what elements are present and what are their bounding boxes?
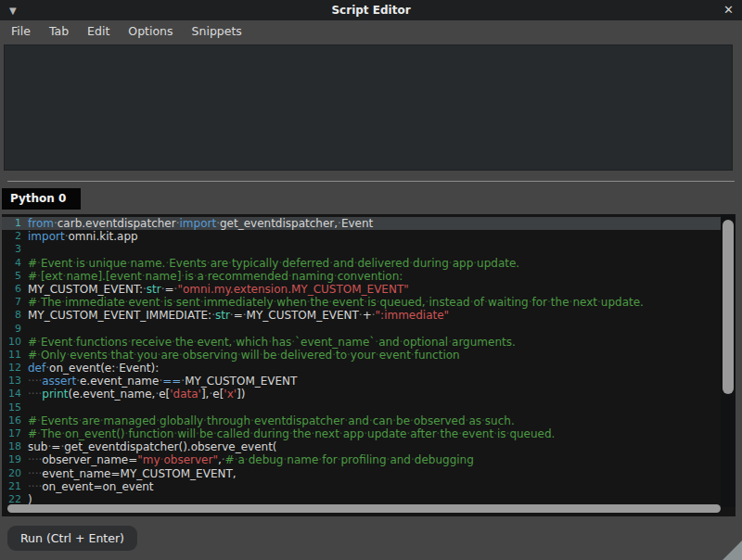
code-line-content: sub·=·get_eventdispatcher().observe_even…: [28, 440, 277, 453]
code-line[interactable]: 15: [2, 401, 736, 414]
code-line-content: MY_CUSTOM_EVENT:·str·=·"omni.my.extensio…: [28, 283, 409, 296]
code-editor[interactable]: 1from·carb.eventdispatcher·import·get_ev…: [2, 214, 736, 516]
menu-item-options[interactable]: Options: [119, 20, 182, 43]
code-line[interactable]: 20····event_name=MY_CUSTOM_EVENT,: [2, 467, 736, 480]
script-editor-window: { "window": { "title": "Script Editor" }…: [0, 0, 742, 560]
line-number: 8: [2, 309, 28, 322]
code-line[interactable]: 13····assert·e.event_name·==·MY_CUSTOM_E…: [2, 375, 736, 388]
menu-item-tab[interactable]: Tab: [40, 20, 78, 43]
line-number: 20: [2, 467, 28, 480]
line-number: 6: [2, 283, 28, 296]
code-line[interactable]: 17#·The·on_event()·function·will·be·call…: [2, 427, 736, 440]
code-line[interactable]: 5#·[ext·name].[event·name]·is·a·recommen…: [2, 270, 736, 283]
line-number: 9: [2, 323, 28, 336]
collapse-icon[interactable]: ▼: [9, 1, 17, 21]
code-line[interactable]: 10#·Event·functions·receive·the·event,·w…: [2, 336, 736, 349]
code-line[interactable]: 12def·on_event(e:·Event):: [2, 362, 736, 375]
code-line-content: ····on_event=on_event: [28, 480, 154, 493]
code-line-content: import·omni.kit.app: [28, 230, 138, 243]
close-icon[interactable]: ✕: [723, 0, 734, 20]
code-line-content: #·Event·is·unique·name.·Events·are·typic…: [28, 257, 519, 270]
line-number: 15: [2, 401, 28, 414]
line-number: 18: [2, 440, 28, 453]
vertical-scrollbar-track[interactable]: [721, 214, 736, 507]
menu-item-snippets[interactable]: Snippets: [183, 20, 251, 43]
code-line[interactable]: 21····on_event=on_event: [2, 480, 736, 493]
line-number: 1: [2, 217, 28, 230]
code-line-content: [28, 243, 32, 256]
code-line[interactable]: 7#·The·immediate·event·is·sent·immediate…: [2, 296, 736, 309]
line-number: 12: [2, 362, 28, 375]
code-line[interactable]: 11#·Only·events·that·you·are·observing·w…: [2, 349, 736, 362]
code-line-content: ····assert·e.event_name·==·MY_CUSTOM_EVE…: [28, 375, 297, 388]
menu-bar: File Tab Edit Options Snippets: [0, 20, 742, 43]
code-line[interactable]: 3: [2, 243, 736, 256]
code-line-content: [28, 323, 32, 336]
run-button[interactable]: Run (Ctrl + Enter): [7, 526, 137, 551]
code-line-content: MY_CUSTOM_EVENT_IMMEDIATE:·str·=·MY_CUST…: [28, 309, 449, 322]
title-bar: ▼ Script Editor ✕: [0, 0, 742, 20]
resize-grip-icon[interactable]: [723, 541, 742, 560]
code-line-content: ····observer_name="my·observer",·#·a·deb…: [28, 453, 474, 466]
line-number: 5: [2, 270, 28, 283]
code-line[interactable]: 4#·Event·is·unique·name.·Events·are·typi…: [2, 257, 736, 270]
code-line-content: #·The·immediate·event·is·sent·immediatel…: [28, 296, 644, 309]
vertical-scrollbar-thumb[interactable]: [723, 220, 734, 394]
menu-item-edit[interactable]: Edit: [78, 20, 119, 43]
code-line-content: ····event_name=MY_CUSTOM_EVENT,: [28, 467, 237, 480]
line-number: 17: [2, 427, 28, 440]
code-line-content: [28, 401, 32, 414]
code-line-content: #·[ext·name].[event·name]·is·a·recommend…: [28, 270, 403, 283]
code-line-content: #·The·on_event()·function·will·be·called…: [28, 427, 555, 440]
code-lines: 1from·carb.eventdispatcher·import·get_ev…: [2, 214, 736, 506]
line-number: 14: [2, 388, 28, 401]
code-line-content: #·Event·functions·receive·the·event,·whi…: [28, 336, 516, 349]
code-line[interactable]: 2import·omni.kit.app: [2, 230, 736, 243]
line-number: 10: [2, 336, 28, 349]
code-line-content: #·Events·are·managed·globally·through·ev…: [28, 414, 515, 427]
line-number: 11: [2, 349, 28, 362]
line-number: 4: [2, 257, 28, 270]
code-line[interactable]: 6MY_CUSTOM_EVENT:·str·=·"omni.my.extensi…: [2, 283, 736, 296]
line-number: 7: [2, 296, 28, 309]
code-line[interactable]: 16#·Events·are·managed·globally·through·…: [2, 414, 736, 427]
code-line[interactable]: 19····observer_name="my·observer",·#·a·d…: [2, 453, 736, 466]
line-number: 3: [2, 243, 28, 256]
code-line-content: ····print(e.event_name,·e['data'],·e['x'…: [28, 388, 245, 401]
line-number: 21: [2, 480, 28, 493]
splitter-handle[interactable]: [7, 181, 735, 182]
code-line[interactable]: 18sub·=·get_eventdispatcher().observe_ev…: [2, 440, 736, 453]
tab-python-0[interactable]: Python 0: [2, 188, 81, 210]
code-line-content: #·Only·events·that·you·are·observing·wil…: [28, 349, 460, 362]
code-line[interactable]: 14····print(e.event_name,·e['data'],·e['…: [2, 388, 736, 401]
code-line[interactable]: 9: [2, 323, 736, 336]
line-number: 13: [2, 375, 28, 388]
window-title: Script Editor: [0, 0, 742, 20]
code-line[interactable]: 8MY_CUSTOM_EVENT_IMMEDIATE:·str·=·MY_CUS…: [2, 309, 736, 322]
line-number: 2: [2, 230, 28, 243]
bottom-bar: Run (Ctrl + Enter): [0, 516, 742, 560]
code-line[interactable]: 1from·carb.eventdispatcher·import·get_ev…: [2, 217, 736, 230]
output-panel: [4, 45, 733, 171]
line-number: 19: [2, 453, 28, 466]
horizontal-scrollbar-thumb[interactable]: [7, 504, 721, 513]
code-line-content: def·on_event(e:·Event):: [28, 362, 159, 375]
line-number: 16: [2, 414, 28, 427]
menu-item-file[interactable]: File: [2, 20, 40, 43]
code-line-content: from·carb.eventdispatcher·import·get_eve…: [28, 217, 373, 230]
